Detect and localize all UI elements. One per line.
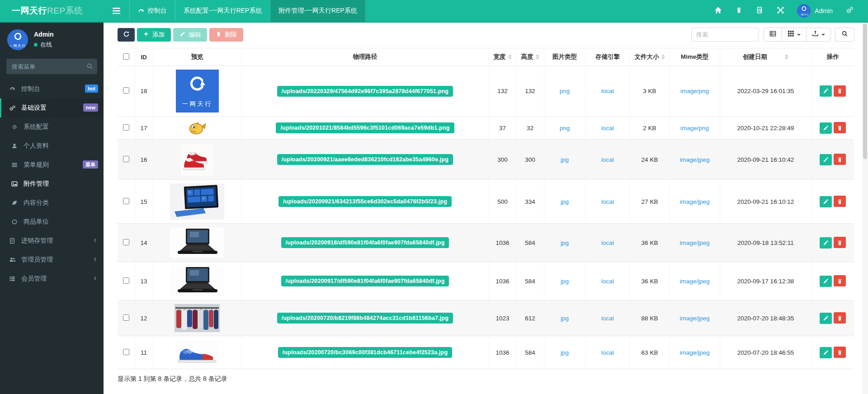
preview-image[interactable]: 一网天行	[155, 70, 240, 113]
mime-link[interactable]: image/jpeg	[679, 198, 709, 205]
row-delete-button[interactable]	[834, 347, 846, 358]
sidebar-toggle-button[interactable]	[104, 0, 129, 22]
image-type-link[interactable]: jpg	[561, 278, 569, 285]
fullscreen-button[interactable]	[772, 0, 789, 22]
edit-button[interactable]: 编辑	[173, 28, 207, 42]
sidebar-item-content-category[interactable]: 内容分类	[0, 193, 104, 212]
image-type-link[interactable]: jpg	[561, 315, 569, 322]
sidebar-item-dashboard[interactable]: 控制台hot	[0, 80, 104, 98]
row-checkbox[interactable]	[123, 349, 129, 355]
column-header[interactable]: 高度	[516, 48, 544, 66]
search-toggle-button[interactable]	[835, 28, 854, 42]
mime-link[interactable]: image/jpeg	[679, 239, 709, 246]
mime-link[interactable]: image/jpeg	[679, 315, 709, 322]
mime-cell: image/jpeg	[670, 180, 720, 224]
preview-image[interactable]	[155, 183, 240, 220]
sidebar-user-panel: 一网天行 Admin 在线	[0, 23, 104, 56]
column-header[interactable]: 创建日期	[720, 48, 811, 66]
delete-button[interactable]: 删除	[209, 28, 243, 42]
sidebar-item-product-unit[interactable]: 商品单位	[0, 212, 104, 231]
id-cell: 11	[135, 336, 153, 369]
row-checkbox[interactable]	[123, 198, 129, 204]
image-type-link[interactable]: png	[560, 88, 570, 94]
storage-link[interactable]: local	[601, 315, 614, 322]
columns-button[interactable]	[782, 28, 807, 42]
row-checkbox[interactable]	[123, 156, 129, 162]
row-delete-button[interactable]	[834, 275, 846, 286]
column-label: ID	[141, 54, 147, 61]
row-edit-button[interactable]	[820, 276, 832, 287]
scrollbar-thumb[interactable]	[863, 23, 867, 159]
scrollbar[interactable]	[862, 23, 868, 394]
image-type-link[interactable]: jpg	[561, 156, 569, 163]
row-edit-button[interactable]	[820, 122, 832, 134]
add-button[interactable]: 添加	[137, 28, 171, 42]
row-edit-button[interactable]	[820, 196, 832, 207]
row-edit-button[interactable]	[820, 347, 832, 358]
table-search-input[interactable]	[691, 28, 759, 42]
select-all-checkbox[interactable]	[123, 53, 129, 60]
image-type-link[interactable]: jpg	[561, 239, 569, 246]
sidebar-item-label: 菜单规则	[24, 161, 49, 169]
image-type-link[interactable]: jpg	[561, 198, 569, 205]
clear-cache-button[interactable]	[730, 0, 747, 22]
sidebar-item-basic-settings[interactable]: 基础设置new	[0, 98, 104, 117]
navbar-tab-system-config[interactable]: 系统配置-一网天行REP系统	[175, 0, 270, 22]
sidebar-item-attachments[interactable]: 附件管理	[0, 174, 104, 193]
row-delete-button[interactable]	[834, 196, 846, 207]
row-edit-button[interactable]	[820, 313, 832, 324]
image-type-link[interactable]: png	[560, 125, 570, 131]
preview-image[interactable]	[155, 266, 240, 296]
row-delete-button[interactable]	[834, 237, 846, 248]
storage-link[interactable]: local	[601, 349, 614, 356]
sidebar-item-system-config[interactable]: 系统配置	[0, 117, 104, 136]
image-type-link[interactable]: jpg	[561, 349, 569, 356]
row-checkbox[interactable]	[123, 239, 129, 245]
preview-image[interactable]	[155, 340, 240, 365]
detail-view-button[interactable]	[764, 28, 782, 42]
column-header[interactable]: 文件大小	[630, 48, 670, 66]
sidebar-item-menu-rules[interactable]: 菜单规则菜单	[0, 155, 104, 174]
row-checkbox[interactable]	[123, 87, 129, 94]
home-button[interactable]	[709, 0, 726, 22]
row-delete-button[interactable]	[834, 312, 846, 324]
mime-link[interactable]: image/jpeg	[679, 278, 709, 285]
storage-link[interactable]: local	[601, 278, 614, 285]
doc-search-button[interactable]	[751, 0, 768, 22]
refresh-button[interactable]	[118, 28, 135, 42]
row-checkbox[interactable]	[123, 277, 129, 284]
export-button[interactable]	[806, 28, 831, 42]
sidebar-item-inventory[interactable]: 进销存管理	[0, 231, 104, 250]
storage-link[interactable]: local	[601, 239, 614, 246]
row-edit-button[interactable]	[820, 154, 832, 165]
row-delete-button[interactable]	[834, 122, 846, 133]
preview-image[interactable]	[155, 143, 240, 176]
mime-link[interactable]: image/png	[680, 125, 709, 131]
preview-image[interactable]	[155, 227, 240, 258]
preview-image[interactable]	[155, 304, 240, 332]
mime-link[interactable]: image/jpeg	[679, 349, 709, 356]
row-edit-button[interactable]	[820, 237, 832, 249]
row-delete-button[interactable]	[834, 154, 846, 165]
row-delete-button[interactable]	[834, 85, 846, 97]
navbar-tab-attachments[interactable]: 附件管理-一网天行REP系统	[270, 0, 365, 22]
row-checkbox[interactable]	[123, 314, 129, 321]
storage-link[interactable]: local	[601, 156, 614, 163]
menu-search-input[interactable]	[6, 59, 97, 74]
sidebar-item-member-manage[interactable]: 会员管理	[0, 269, 104, 288]
toolbar: 添加 编辑 删除	[118, 28, 854, 42]
settings-button[interactable]	[841, 0, 858, 22]
mime-link[interactable]: image/png	[680, 88, 709, 94]
row-edit-button[interactable]	[820, 85, 832, 97]
preview-image[interactable]	[155, 120, 240, 136]
navbar-tab-dashboard[interactable]: 控制台	[129, 0, 175, 22]
storage-link[interactable]: local	[601, 198, 614, 205]
column-header[interactable]: 宽度	[489, 48, 516, 66]
sidebar-item-profile[interactable]: 个人资料	[0, 136, 104, 155]
storage-link[interactable]: local	[601, 125, 614, 131]
row-checkbox[interactable]	[123, 124, 129, 131]
storage-link[interactable]: local	[601, 88, 614, 94]
user-menu[interactable]: 一网天行 Admin	[793, 4, 837, 18]
mime-link[interactable]: image/jpeg	[679, 156, 709, 163]
sidebar-item-admin-manage[interactable]: 管理员管理	[0, 250, 104, 269]
